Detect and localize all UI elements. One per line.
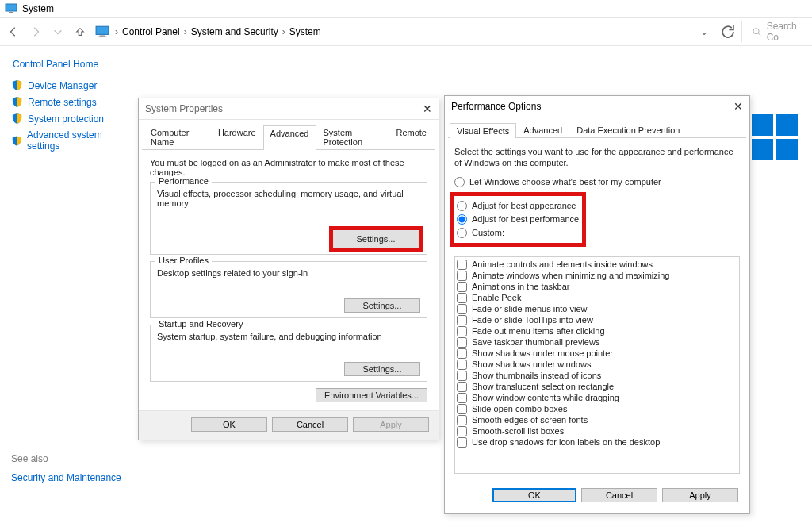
visual-effect-option[interactable]: Show shadows under mouse pointer: [457, 348, 737, 359]
tab-hardware[interactable]: Hardware: [211, 125, 263, 149]
tab-advanced[interactable]: Advanced: [263, 125, 316, 150]
checkbox-label: Show shadows under windows: [472, 360, 591, 369]
breadcrumb[interactable]: Control Panel System and Security System: [94, 25, 689, 39]
chevron-right-icon[interactable]: [113, 26, 121, 37]
security-maintenance-link[interactable]: Security and Maintenance: [11, 472, 130, 483]
performance-group: Performance Visual effects, processor sc…: [150, 182, 427, 255]
svg-rect-4: [100, 36, 105, 37]
visual-effect-option[interactable]: Fade or slide menus into view: [457, 304, 737, 314]
ok-button[interactable]: OK: [191, 417, 267, 432]
tab-strip: Computer NameHardwareAdvancedSystem Prot…: [142, 123, 435, 150]
address-expand-button[interactable]: ⌄: [694, 26, 714, 37]
radio-best-performance[interactable]: Adjust for best performance: [457, 214, 579, 225]
checkbox-label: Save taskbar thumbnail previews: [472, 337, 599, 347]
apply-button[interactable]: Apply: [662, 488, 738, 502]
checkbox-label: Show thumbnails instead of icons: [472, 371, 601, 380]
chevron-right-icon[interactable]: [280, 26, 288, 37]
breadcrumb-item[interactable]: System: [289, 26, 321, 37]
sidebar-link-label: Device Manager: [28, 80, 97, 91]
group-desc: System startup, system failure, and debu…: [157, 332, 420, 341]
tab-advanced[interactable]: Advanced: [516, 122, 569, 137]
user-profiles-settings-button[interactable]: Settings...: [344, 298, 420, 313]
visual-effect-option[interactable]: Show translucent selection rectangle: [457, 382, 737, 392]
sidebar-link-label: Remote settings: [28, 97, 97, 108]
breadcrumb-item[interactable]: Control Panel: [122, 26, 180, 37]
environment-variables-button[interactable]: Environment Variables...: [316, 388, 427, 402]
svg-rect-0: [6, 4, 17, 11]
up-button[interactable]: [71, 23, 89, 40]
checkbox-label: Enable Peek: [472, 293, 521, 302]
user-profiles-group: User Profiles Desktop settings related t…: [150, 261, 427, 318]
checkbox-label: Fade or slide ToolTips into view: [472, 315, 593, 325]
visual-effect-option[interactable]: Use drop shadows for icon labels on the …: [457, 437, 737, 448]
visual-effects-list[interactable]: Animate controls and elements inside win…: [454, 256, 740, 474]
visual-effect-option[interactable]: Enable Peek: [457, 293, 737, 303]
svg-rect-11: [776, 139, 798, 160]
checkbox-label: Smooth-scroll list boxes: [472, 426, 564, 436]
tab-visual-effects[interactable]: Visual Effects: [450, 123, 516, 138]
search-placeholder: Search Co: [767, 21, 807, 43]
radio-let-windows-choose[interactable]: Let Windows choose what's best for my co…: [454, 177, 740, 187]
checkbox-label: Show shadows under mouse pointer: [472, 348, 613, 358]
checkbox-label: Show translucent selection rectangle: [472, 382, 614, 391]
performance-options-dialog: Performance Options ✕ Visual EffectsAdva…: [444, 95, 750, 514]
checkbox-label: Slide open combo boxes: [472, 404, 567, 413]
control-panel-home-link[interactable]: Control Panel Home: [13, 59, 130, 70]
ok-button[interactable]: OK: [492, 488, 576, 502]
svg-rect-8: [752, 114, 773, 136]
visual-effect-option[interactable]: Smooth edges of screen fonts: [457, 415, 737, 425]
system-icon: [95, 25, 109, 39]
breadcrumb-item[interactable]: System and Security: [191, 26, 278, 37]
sidebar-link-device-manager[interactable]: Device Manager: [11, 79, 130, 91]
checkbox-label: Smooth edges of screen fonts: [472, 415, 588, 425]
svg-rect-3: [96, 26, 109, 34]
visual-effect-option[interactable]: Show window contents while dragging: [457, 393, 737, 403]
radio-label: Adjust for best appearance: [472, 201, 576, 210]
svg-line-7: [758, 33, 760, 36]
tab-strip: Visual EffectsAdvancedData Execution Pre…: [448, 121, 746, 138]
refresh-button[interactable]: [719, 23, 737, 40]
tab-data-execution-prevention[interactable]: Data Execution Prevention: [569, 122, 687, 137]
performance-settings-button[interactable]: Settings...: [331, 229, 420, 249]
cancel-button[interactable]: Cancel: [581, 488, 657, 502]
search-input[interactable]: Search Co: [741, 21, 807, 42]
sidebar: Control Panel Home Device ManagerRemote …: [11, 57, 130, 483]
visual-effect-option[interactable]: Animations in the taskbar: [457, 282, 737, 292]
visual-effect-option[interactable]: Show thumbnails instead of icons: [457, 371, 737, 381]
radio-label: Custom:: [472, 228, 504, 237]
group-title: Performance: [155, 176, 212, 186]
group-title: User Profiles: [155, 256, 212, 265]
visual-effect-option[interactable]: Smooth-scroll list boxes: [457, 426, 737, 436]
svg-rect-1: [9, 12, 13, 13]
tab-computer-name[interactable]: Computer Name: [144, 125, 211, 149]
apply-button[interactable]: Apply: [353, 417, 429, 432]
visual-effect-option[interactable]: Slide open combo boxes: [457, 404, 737, 414]
visual-effect-option[interactable]: Animate windows when minimizing and maxi…: [457, 271, 737, 281]
tab-remote[interactable]: Remote: [389, 125, 434, 149]
cancel-button[interactable]: Cancel: [272, 417, 348, 432]
visual-effect-option[interactable]: Fade out menu items after clicking: [457, 326, 737, 336]
chevron-right-icon[interactable]: [182, 26, 190, 37]
svg-point-6: [753, 29, 759, 34]
startup-settings-button[interactable]: Settings...: [344, 362, 420, 376]
tab-system-protection[interactable]: System Protection: [316, 125, 389, 149]
visual-effect-option[interactable]: Animate controls and elements inside win…: [457, 260, 737, 270]
highlight-box: Adjust for best appearance Adjust for be…: [450, 192, 586, 247]
forward-button[interactable]: [27, 23, 44, 40]
checkbox-label: Fade or slide menus into view: [472, 304, 588, 313]
visual-effect-option[interactable]: Show shadows under windows: [457, 360, 737, 370]
sidebar-link-remote-settings[interactable]: Remote settings: [11, 96, 130, 108]
visual-effect-option[interactable]: Save taskbar thumbnail previews: [457, 337, 737, 348]
radio-best-appearance[interactable]: Adjust for best appearance: [457, 201, 579, 211]
intro-text: Select the settings you want to use for …: [454, 146, 740, 169]
sidebar-link-system-protection[interactable]: System protection: [11, 113, 130, 125]
sidebar-link-advanced-system-settings[interactable]: Advanced system settings: [11, 129, 130, 152]
close-button[interactable]: ✕: [733, 100, 743, 113]
close-button[interactable]: ✕: [423, 102, 432, 115]
checkbox-label: Animate windows when minimizing and maxi…: [472, 271, 669, 280]
admin-note: You must be logged on as an Administrato…: [150, 158, 427, 177]
radio-custom[interactable]: Custom:: [457, 228, 579, 238]
back-button[interactable]: [5, 23, 22, 40]
recent-locations-button[interactable]: [49, 23, 67, 40]
visual-effect-option[interactable]: Fade or slide ToolTips into view: [457, 315, 737, 325]
